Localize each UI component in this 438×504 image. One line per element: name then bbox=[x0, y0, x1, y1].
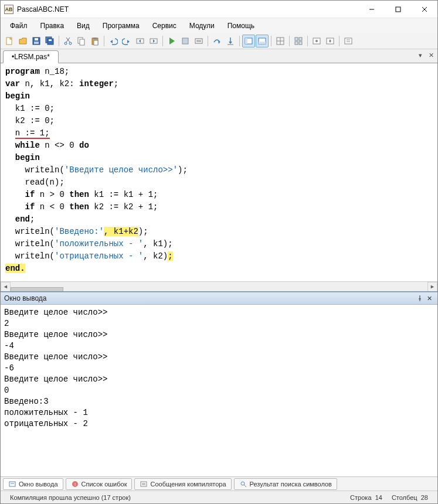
svg-rect-20 bbox=[94, 40, 98, 45]
step-into-icon[interactable] bbox=[224, 35, 237, 47]
svg-rect-39 bbox=[259, 42, 266, 44]
horizontal-scrollbar[interactable]: ◄ ► bbox=[1, 281, 437, 291]
svg-rect-17 bbox=[80, 39, 84, 45]
new-file-icon[interactable] bbox=[3, 35, 16, 47]
bottom-tab-errors[interactable]: !Список ошибок bbox=[66, 478, 133, 490]
nav-fwd-icon[interactable] bbox=[147, 35, 160, 47]
extra-icon[interactable] bbox=[342, 35, 355, 47]
status-message: Компиляция прошла успешно (17 строк) bbox=[5, 494, 135, 501]
svg-rect-29 bbox=[195, 39, 202, 43]
svg-rect-1 bbox=[396, 7, 400, 12]
bottom-tab-output[interactable]: Окно вывода bbox=[3, 478, 63, 490]
code-editor[interactable]: program n_18;var n, k1, k2: integer;begi… bbox=[1, 63, 437, 281]
menu-программа[interactable]: Программа bbox=[97, 20, 145, 32]
panel-toggle-2-icon[interactable] bbox=[256, 35, 269, 47]
panel-close-icon[interactable]: ✕ bbox=[425, 294, 434, 303]
maximize-button[interactable] bbox=[385, 1, 411, 18]
toolbar bbox=[1, 33, 437, 49]
errors-icon: ! bbox=[71, 480, 79, 488]
bottom-tab-msgs[interactable]: Сообщения компилятора bbox=[134, 478, 231, 490]
open-file-icon[interactable] bbox=[16, 35, 29, 47]
paste-icon[interactable] bbox=[89, 35, 101, 47]
stop-icon[interactable] bbox=[179, 35, 192, 47]
pin-icon[interactable] bbox=[415, 294, 425, 303]
status-line: Строка 14 bbox=[345, 494, 387, 501]
output-panel-title: Окно вывода bbox=[4, 294, 47, 302]
menu-сервис[interactable]: Сервис bbox=[147, 20, 182, 32]
close-button[interactable] bbox=[411, 1, 437, 18]
svg-rect-43 bbox=[295, 38, 298, 40]
svg-text:!: ! bbox=[74, 482, 75, 487]
svg-rect-54 bbox=[9, 482, 15, 486]
copy-icon[interactable] bbox=[75, 35, 88, 47]
svg-rect-37 bbox=[245, 38, 247, 44]
output-text[interactable]: Введите целое число>> 2 Введите целое чи… bbox=[1, 305, 437, 476]
menubar: ФайлПравкаВидПрограммаСервисМодулиПомощь bbox=[1, 18, 437, 33]
grid2-icon[interactable] bbox=[292, 35, 305, 47]
settings-1-icon[interactable] bbox=[310, 35, 323, 47]
grid-icon[interactable] bbox=[274, 35, 287, 47]
svg-rect-45 bbox=[295, 42, 298, 45]
file-tab[interactable]: •LRSM.pas* bbox=[3, 50, 59, 63]
window-title: PascalABC.NET bbox=[17, 5, 358, 13]
save-icon[interactable] bbox=[30, 35, 43, 47]
search-icon bbox=[239, 480, 247, 488]
cut-icon[interactable] bbox=[62, 35, 74, 47]
nav-back-icon[interactable] bbox=[134, 35, 147, 47]
window-controls bbox=[358, 1, 437, 18]
svg-point-14 bbox=[64, 42, 67, 45]
svg-rect-8 bbox=[34, 42, 39, 44]
svg-marker-24 bbox=[139, 39, 141, 43]
bottom-tab-label: Окно вывода bbox=[19, 481, 58, 488]
scroll-right-icon[interactable]: ► bbox=[427, 282, 437, 292]
editor-container: program n_18;var n, k1, k2: integer;begi… bbox=[1, 63, 437, 292]
bottom-tab-search[interactable]: Результат поиска символов bbox=[234, 478, 337, 490]
tab-dropdown-icon[interactable]: ▾ bbox=[416, 51, 425, 59]
app-icon: AB bbox=[4, 5, 13, 14]
svg-rect-51 bbox=[345, 38, 352, 44]
redo-icon[interactable] bbox=[120, 35, 133, 47]
bottom-tab-label: Результат поиска символов bbox=[250, 481, 332, 488]
svg-rect-46 bbox=[299, 42, 302, 45]
bottom-tab-label: Список ошибок bbox=[82, 481, 127, 488]
svg-rect-19 bbox=[93, 38, 97, 39]
svg-marker-26 bbox=[153, 39, 155, 43]
status-column: Столбец 28 bbox=[387, 494, 433, 501]
svg-line-62 bbox=[244, 485, 246, 487]
titlebar: AB PascalABC.NET bbox=[1, 1, 437, 18]
svg-marker-22 bbox=[127, 40, 130, 43]
svg-point-48 bbox=[315, 40, 318, 42]
minimize-button[interactable] bbox=[358, 1, 385, 18]
svg-rect-44 bbox=[299, 38, 302, 40]
scroll-left-icon[interactable]: ◄ bbox=[1, 282, 11, 292]
svg-rect-11 bbox=[49, 39, 52, 41]
run-icon[interactable] bbox=[165, 35, 178, 47]
menu-правка[interactable]: Правка bbox=[35, 20, 70, 32]
tab-close-icon[interactable]: ✕ bbox=[427, 51, 435, 59]
undo-icon[interactable] bbox=[107, 35, 120, 47]
svg-marker-21 bbox=[110, 40, 113, 43]
svg-rect-58 bbox=[141, 482, 147, 486]
step-over-icon[interactable] bbox=[210, 35, 223, 47]
msgs-icon bbox=[140, 480, 148, 488]
panel-toggle-1-icon[interactable] bbox=[242, 35, 255, 47]
menu-вид[interactable]: Вид bbox=[71, 20, 96, 32]
menu-файл[interactable]: Файл bbox=[4, 20, 33, 32]
file-tabs: •LRSM.pas* ▾ ✕ bbox=[1, 49, 437, 63]
settings-2-icon[interactable] bbox=[324, 35, 337, 47]
menu-помощь[interactable]: Помощь bbox=[222, 20, 260, 32]
output-panel-header: Окно вывода ✕ bbox=[1, 292, 437, 305]
bottom-tabs: Окно вывода!Список ошибокСообщения компи… bbox=[1, 476, 437, 491]
svg-marker-27 bbox=[169, 38, 175, 45]
output-icon bbox=[8, 480, 16, 488]
menu-модули[interactable]: Модули bbox=[184, 20, 220, 32]
statusbar: Компиляция прошла успешно (17 строк) Стр… bbox=[1, 491, 437, 503]
bottom-tab-label: Сообщения компилятора bbox=[150, 481, 226, 488]
save-all-icon[interactable] bbox=[43, 35, 56, 47]
svg-marker-34 bbox=[229, 42, 232, 44]
svg-point-15 bbox=[69, 42, 72, 45]
svg-rect-28 bbox=[182, 38, 188, 44]
svg-rect-7 bbox=[35, 38, 38, 40]
compile-icon[interactable] bbox=[192, 35, 205, 47]
